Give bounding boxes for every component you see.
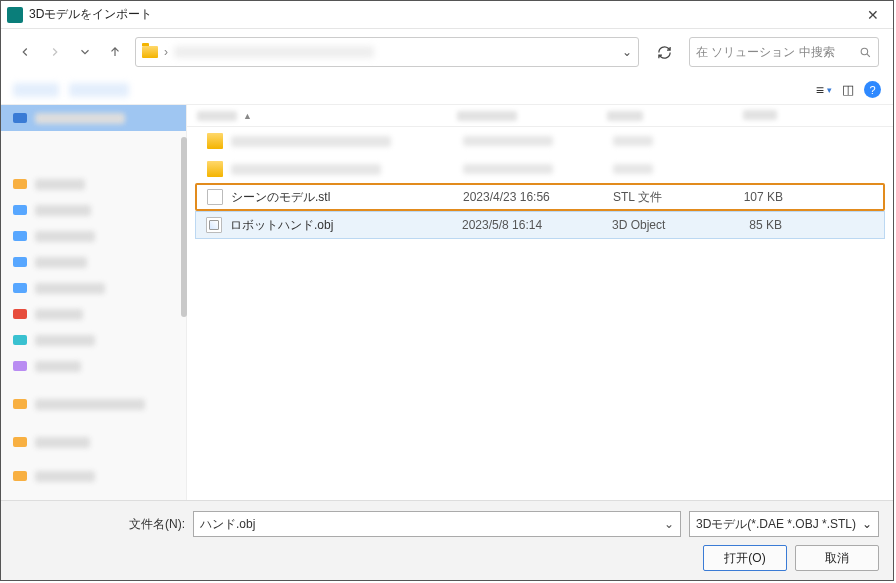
filetype-filter[interactable]: 3Dモデル(*.DAE *.OBJ *.STL) ⌄ — [689, 511, 879, 537]
file-type: 3D Object — [602, 218, 722, 232]
file-date: 2023/4/23 16:56 — [453, 190, 603, 204]
view-mode-button[interactable]: ≡ ▾ — [816, 82, 832, 98]
file-name: ロボットハンド.obj — [230, 217, 333, 234]
nav-recent-button[interactable] — [75, 42, 95, 62]
file-date: 2023/5/8 16:14 — [452, 218, 602, 232]
file-size: 85 KB — [722, 218, 792, 232]
window-title: 3Dモデルをインポート — [29, 6, 859, 23]
address-dropdown-icon[interactable]: ⌄ — [622, 45, 632, 59]
file-name: シーンのモデル.stl — [231, 189, 330, 206]
file-size: 107 KB — [723, 190, 793, 204]
sidebar-item[interactable] — [1, 429, 186, 455]
sidebar-item[interactable] — [1, 301, 186, 327]
toolbar-item[interactable] — [13, 83, 59, 97]
open-button[interactable]: 打开(O) — [703, 545, 787, 571]
help-button[interactable]: ? — [864, 81, 881, 98]
search-icon — [859, 46, 872, 59]
folder-icon — [142, 46, 158, 58]
sidebar-item[interactable] — [1, 171, 186, 197]
cancel-button[interactable]: 取消 — [795, 545, 879, 571]
file-row[interactable]: シーンのモデル.stl2023/4/23 16:56STL 文件107 KB — [195, 183, 885, 211]
close-button[interactable]: ✕ — [859, 7, 887, 23]
svg-point-0 — [861, 48, 868, 55]
filename-value: ハンド.obj — [200, 516, 255, 533]
file-icon — [206, 217, 222, 233]
file-row-folder[interactable] — [195, 127, 885, 155]
filename-label: 文件名(N): — [15, 516, 185, 533]
list-view-icon: ≡ — [816, 82, 824, 98]
chevron-down-icon: ▾ — [827, 85, 832, 95]
column-headers: ▲ — [187, 105, 893, 127]
sidebar-item[interactable] — [1, 463, 186, 489]
sidebar-item[interactable] — [1, 353, 186, 379]
scrollbar[interactable] — [181, 127, 187, 500]
sidebar-item[interactable] — [1, 249, 186, 275]
sidebar-item[interactable] — [1, 223, 186, 249]
file-icon — [207, 189, 223, 205]
file-row-folder[interactable] — [195, 155, 885, 183]
nav-forward-button[interactable] — [45, 42, 65, 62]
filename-input[interactable]: ハンド.obj ⌄ — [193, 511, 681, 537]
column-date[interactable] — [447, 111, 597, 121]
sidebar-item[interactable] — [1, 275, 186, 301]
search-placeholder: 在 ソリューション 中搜索 — [696, 44, 853, 61]
column-size[interactable] — [717, 109, 787, 123]
chevron-down-icon[interactable]: ⌄ — [862, 517, 872, 531]
sort-asc-icon: ▲ — [243, 111, 252, 121]
sidebar-item[interactable] — [1, 105, 186, 131]
sidebar-item[interactable] — [1, 391, 186, 417]
refresh-button[interactable] — [649, 37, 679, 67]
column-type[interactable] — [597, 111, 717, 121]
toolbar-item[interactable] — [69, 83, 129, 97]
app-icon — [7, 7, 23, 23]
sidebar-item[interactable] — [1, 327, 186, 353]
file-row[interactable]: ロボットハンド.obj2023/5/8 16:143D Object85 KB — [195, 211, 885, 239]
nav-back-button[interactable] — [15, 42, 35, 62]
preview-pane-button[interactable]: ◫ — [842, 82, 854, 97]
breadcrumb-path — [174, 46, 374, 58]
breadcrumb-separator-icon: › — [164, 45, 168, 59]
search-input[interactable]: 在 ソリューション 中搜索 — [689, 37, 879, 67]
sidebar-item[interactable] — [1, 197, 186, 223]
column-name[interactable]: ▲ — [187, 111, 447, 121]
navigation-sidebar — [1, 105, 187, 500]
address-bar[interactable]: › ⌄ — [135, 37, 639, 67]
file-type: STL 文件 — [603, 189, 723, 206]
filter-value: 3Dモデル(*.DAE *.OBJ *.STL) — [696, 516, 856, 533]
chevron-down-icon[interactable]: ⌄ — [664, 517, 674, 531]
nav-up-button[interactable] — [105, 42, 125, 62]
